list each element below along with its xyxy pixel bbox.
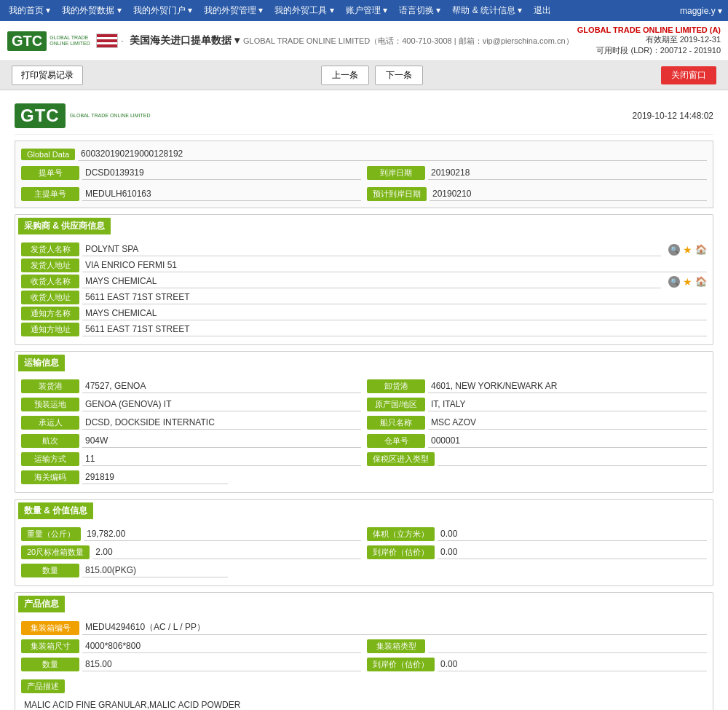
voyage-value: 904W <box>82 435 361 448</box>
quantity-row-1: 重量（公斤） 19,782.00 体积（立方米） 0.00 <box>21 525 707 543</box>
shipper-address-row: 发货人地址 VIA ENRICO FERMI 51 <box>21 259 707 272</box>
consignee-address-label: 收货人地址 <box>21 291 79 304</box>
cif-row: 到岸价（估价） 0.00 <box>367 545 707 559</box>
transport-section: 运输信息 装货港 47527, GENOA 卸货港 4601, NEW YORK… <box>15 351 713 493</box>
quantity-section-title: 数量 & 价值信息 <box>18 502 93 519</box>
print-button[interactable]: 打印贸易记录 <box>12 66 83 85</box>
product-desc-header: 产品描述 <box>21 677 707 696</box>
arrival-col: 到岸日期 20190218 <box>367 164 707 182</box>
page-title[interactable]: 美国海关进口提单数据 ▾ <box>130 34 240 47</box>
nav-help[interactable]: 帮助 & 统计信息 ▾ <box>449 3 525 18</box>
logo: GTC GLOBAL TRADEONLINE LIMITED <box>7 31 90 51</box>
unit-price-label: 到岸价（估价） <box>367 658 435 671</box>
nav-trade-data[interactable]: 我的外贸数据 ▾ <box>59 3 124 18</box>
notify-address-row: 通知方地址 5611 EAST 71ST STREET <box>21 323 707 336</box>
prev-button[interactable]: 上一条 <box>321 66 369 85</box>
bill-value: DCSD0139319 <box>82 167 361 180</box>
search-icon[interactable]: 🔍 <box>668 244 680 256</box>
document-header: GTC GLOBAL TRADE ONLINE LIMITED 2019-10-… <box>15 98 713 135</box>
nav-portal[interactable]: 我的外贸门户 ▾ <box>130 3 195 18</box>
shipper-name-value: POLYNT SPA <box>82 243 661 256</box>
master-bill-label: 主提单号 <box>21 187 79 201</box>
header-left: GTC GLOBAL TRADEONLINE LIMITED - 美国海关进口提… <box>7 31 240 51</box>
voyage-row: 航次 904W <box>21 434 361 448</box>
teu-label: 20尺标准箱数量 <box>21 545 90 559</box>
nav-home[interactable]: 我的首页 ▾ <box>6 3 53 18</box>
notify-name-row: 通知方名称 MAYS CHEMICAL <box>21 307 707 320</box>
quantity-section-body: 重量（公斤） 19,782.00 体积（立方米） 0.00 20尺标准箱数量 2… <box>15 522 713 585</box>
unload-port-row: 卸货港 4601, NEW YORK/NEWARK AR <box>367 379 707 393</box>
product-quantity-field: 数量 815.00 <box>21 658 361 671</box>
consignee-icons: 🔍 ★ 🏠 <box>668 276 707 288</box>
header-contact: GLOBAL TRADE ONLINE LIMITED（电话：400-710-3… <box>240 36 577 47</box>
carrier-row: 承运人 DCSD, DOCKSIDE INTERNATIC <box>21 416 361 430</box>
close-button[interactable]: 关闭窗口 <box>661 66 716 84</box>
home-icon[interactable]: 🏠 <box>695 244 707 256</box>
ldr-label: 可用时段 (LDR)：200712 - 201910 <box>577 45 721 56</box>
transport-section-title: 运输信息 <box>18 355 65 371</box>
user-info[interactable]: maggie.y ▾ <box>680 6 722 16</box>
consignee-home-icon[interactable]: 🏠 <box>695 276 707 288</box>
product-desc-label: 产品描述 <box>21 679 65 693</box>
customs-code-label: 海关编码 <box>21 470 79 484</box>
shipper-section-body: 发货人名称 POLYNT SPA 🔍 ★ 🏠 发货人地址 VIA ENRICO … <box>15 237 713 344</box>
quantity-label: 数量 <box>21 564 79 577</box>
bill-row: 提单号 DCSD0139319 到岸日期 20190218 <box>21 164 707 182</box>
notify-name-value: MAYS CHEMICAL <box>82 307 707 320</box>
weight-label: 重量（公斤） <box>21 527 81 541</box>
origin-country-row: 原产国/地区 IT, ITALY <box>367 398 707 411</box>
consignee-name-label: 收货人名称 <box>21 275 79 288</box>
transport-section-body: 装货港 47527, GENOA 卸货港 4601, NEW YORK/NEWA… <box>15 374 713 492</box>
container-type-value <box>428 640 707 653</box>
master-bill-col: 主提单号 MEDULH610163 <box>21 185 361 203</box>
volume-label: 体积（立方米） <box>367 527 435 541</box>
departure-port-value: 47527, GENOA <box>82 380 361 393</box>
flag-separator: - <box>121 36 124 46</box>
star-icon[interactable]: ★ <box>683 244 692 256</box>
bonded-type-label: 保税区进入类型 <box>367 452 435 466</box>
us-flag <box>96 33 118 48</box>
global-data-value: 600320190219000128192 <box>78 148 707 161</box>
departure-port-label: 装货港 <box>21 379 79 393</box>
carrier-label: 承运人 <box>21 416 79 430</box>
bonded-type-row: 保税区进入类型 <box>367 452 707 466</box>
bill-field: 提单号 DCSD0139319 <box>21 166 361 180</box>
nav-account[interactable]: 账户管理 ▾ <box>343 3 390 18</box>
consignee-address-value: 5611 EAST 71ST STREET <box>82 291 707 304</box>
header-right: GLOBAL TRADE ONLINE LIMITED (A) 有效期至 201… <box>577 25 721 56</box>
nav-links: 我的首页 ▾ 我的外贸数据 ▾ 我的外贸门户 ▾ 我的外贸管理 ▾ 我的外贸工具… <box>6 3 554 18</box>
top-navigation: 我的首页 ▾ 我的外贸数据 ▾ 我的外贸门户 ▾ 我的外贸管理 ▾ 我的外贸工具… <box>0 0 728 21</box>
consignee-address-row: 收货人地址 5611 EAST 71ST STREET <box>21 291 707 304</box>
quantity-row-2: 20尺标准箱数量 2.00 到岸价（估价） 0.00 <box>21 543 707 561</box>
next-button[interactable]: 下一条 <box>375 66 423 85</box>
vessel-row: 船只名称 MSC AZOV <box>367 416 707 430</box>
consignee-search-icon[interactable]: 🔍 <box>668 276 680 288</box>
origin-country-label: 原产国/地区 <box>367 398 425 411</box>
departure-port-row: 装货港 47527, GENOA <box>21 379 361 393</box>
doc-logo-icon: GTC <box>15 103 66 128</box>
nav-buttons: 上一条 下一条 <box>321 66 423 85</box>
product-quantity-row: 数量 815.00 到岸价（估价） 0.00 <box>21 655 707 674</box>
consignee-name-value: MAYS CHEMICAL <box>82 275 661 288</box>
nav-language[interactable]: 语言切换 ▾ <box>396 3 443 18</box>
master-bill-value: MEDULH610163 <box>82 188 361 201</box>
nav-management[interactable]: 我的外贸管理 ▾ <box>201 3 266 18</box>
consignee-name-row: 收货人名称 MAYS CHEMICAL 🔍 ★ 🏠 <box>21 275 707 288</box>
shipper-address-label: 发货人地址 <box>21 259 79 272</box>
bill-label: 提单号 <box>21 166 79 180</box>
weight-value: 19,782.00 <box>84 528 361 541</box>
quantity-row-3: 数量 815.00(PKG) <box>21 564 707 577</box>
nav-tools[interactable]: 我的外贸工具 ▾ <box>272 3 336 18</box>
est-arrival-field: 预计到岸日期 20190210 <box>367 187 707 201</box>
nav-logout[interactable]: 退出 <box>531 3 554 18</box>
quantity-section: 数量 & 价值信息 重量（公斤） 19,782.00 体积（立方米） 0.00 … <box>15 499 713 586</box>
transport-row-3: 承运人 DCSD, DOCKSIDE INTERNATIC 船只名称 MSC A… <box>21 414 707 432</box>
unload-port-value: 4601, NEW YORK/NEWARK AR <box>428 380 707 393</box>
volume-row: 体积（立方米） 0.00 <box>367 527 707 541</box>
product-section: 产品信息 集装箱编号 MEDU4294610（AC / L / PP） 集装箱尺… <box>15 592 713 710</box>
logo-icon: GTC <box>7 31 47 51</box>
consignee-star-icon[interactable]: ★ <box>683 276 692 288</box>
vessel-label: 船只名称 <box>367 416 425 430</box>
doc-logo-text: GLOBAL TRADE ONLINE LIMITED <box>70 112 151 119</box>
shipper-address-value: VIA ENRICO FERMI 51 <box>82 259 707 272</box>
